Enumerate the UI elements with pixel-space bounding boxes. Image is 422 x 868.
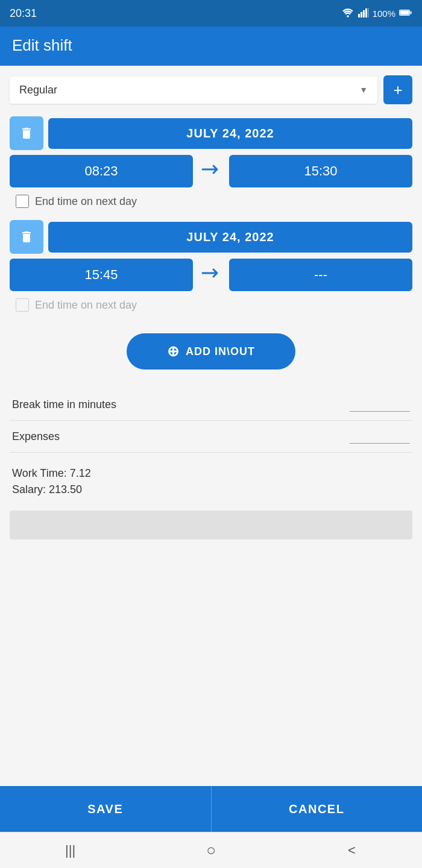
shift2-start-time-button[interactable]: 15:45 (10, 259, 193, 291)
nav-bar: ||| ○ < (0, 832, 422, 868)
add-inout-icon: ⊕ (167, 343, 180, 360)
shift1-end-next-day-checkbox[interactable] (16, 195, 29, 208)
partial-row (10, 511, 412, 539)
shift1-date-button[interactable]: JULY 24, 2022 (48, 118, 412, 149)
shift-block-2: JULY 24, 2022 15:45 --- End time on next… (10, 220, 412, 312)
shift2-end-next-day-checkbox[interactable] (16, 298, 29, 312)
shift2-end-next-day-label: End time on next day (35, 299, 137, 312)
info-section: Work Time: 7.12 Salary: 213.50 (10, 462, 412, 505)
nav-home-icon: ○ (206, 841, 216, 860)
shift1-date-row: JULY 24, 2022 (10, 116, 412, 150)
svg-rect-4 (365, 8, 367, 17)
shift2-time-row: 15:45 --- (10, 259, 412, 291)
svg-point-0 (347, 15, 349, 17)
battery-text: 100% (373, 8, 395, 19)
dropdown-arrow-icon: ▼ (359, 85, 368, 95)
shift2-delete-button[interactable] (10, 220, 43, 254)
svg-rect-7 (410, 11, 412, 14)
shift2-date-button[interactable]: JULY 24, 2022 (48, 222, 412, 253)
break-time-row: Break time in minutes (10, 389, 412, 421)
bottom-buttons: SAVE CANCEL (0, 786, 422, 832)
nav-home-button[interactable]: ○ (140, 832, 281, 868)
nav-back-icon: < (348, 843, 356, 858)
fields-section: Break time in minutes Expenses (10, 389, 412, 453)
break-time-label: Break time in minutes (12, 398, 116, 411)
status-bar: 20:31 100% (0, 0, 422, 27)
svg-rect-1 (358, 14, 360, 17)
shift2-end-time-button[interactable]: --- (229, 259, 412, 291)
battery-icon (399, 8, 412, 18)
status-time: 20:31 (10, 7, 37, 20)
nav-menu-button[interactable]: ||| (0, 832, 140, 868)
shift1-end-time-button[interactable]: 15:30 (229, 155, 412, 187)
expenses-row: Expenses (10, 421, 412, 453)
svg-rect-3 (363, 10, 365, 17)
shift1-delete-button[interactable] (10, 116, 43, 150)
shift2-end-next-day-row: End time on next day (10, 298, 412, 312)
svg-rect-9 (400, 11, 409, 15)
expenses-label: Expenses (12, 430, 60, 443)
main-content: Regular ▼ + JULY 24, 2022 08:23 15:30 (0, 66, 422, 786)
nav-back-button[interactable]: < (282, 832, 422, 868)
shift1-end-next-day-row: End time on next day (10, 195, 412, 208)
add-inout-label: ADD IN\OUT (186, 345, 255, 358)
break-time-input[interactable] (350, 397, 410, 412)
add-inout-button[interactable]: ⊕ ADD IN\OUT (127, 333, 295, 370)
svg-rect-5 (368, 8, 369, 17)
shift1-end-next-day-label: End time on next day (35, 195, 137, 208)
page-title: Edit shift (12, 36, 410, 55)
shift-block-1: JULY 24, 2022 08:23 15:30 End time on ne… (10, 116, 412, 208)
work-time-row: Work Time: 7.12 (12, 467, 410, 480)
add-inout-container: ⊕ ADD IN\OUT (10, 324, 412, 379)
add-shift-type-button[interactable]: + (383, 75, 412, 104)
svg-rect-2 (361, 12, 362, 17)
save-button[interactable]: SAVE (0, 786, 211, 832)
wifi-icon (341, 8, 354, 19)
shift-type-select[interactable]: Regular ▼ (10, 77, 377, 104)
time-arrow-icon-1 (198, 162, 224, 181)
time-arrow-icon-2 (198, 266, 224, 285)
cancel-button[interactable]: CANCEL (211, 786, 423, 832)
header: Edit shift (0, 27, 422, 66)
shift2-date-row: JULY 24, 2022 (10, 220, 412, 254)
nav-menu-icon: ||| (65, 843, 75, 858)
salary-row: Salary: 213.50 (12, 483, 410, 496)
shift-type-value: Regular (19, 84, 57, 96)
shift1-time-row: 08:23 15:30 (10, 155, 412, 187)
expenses-input[interactable] (350, 429, 410, 444)
shift1-start-time-button[interactable]: 08:23 (10, 155, 193, 187)
status-icons: 100% (341, 8, 412, 19)
shift-type-row: Regular ▼ + (10, 75, 412, 104)
signal-icon (358, 8, 369, 19)
